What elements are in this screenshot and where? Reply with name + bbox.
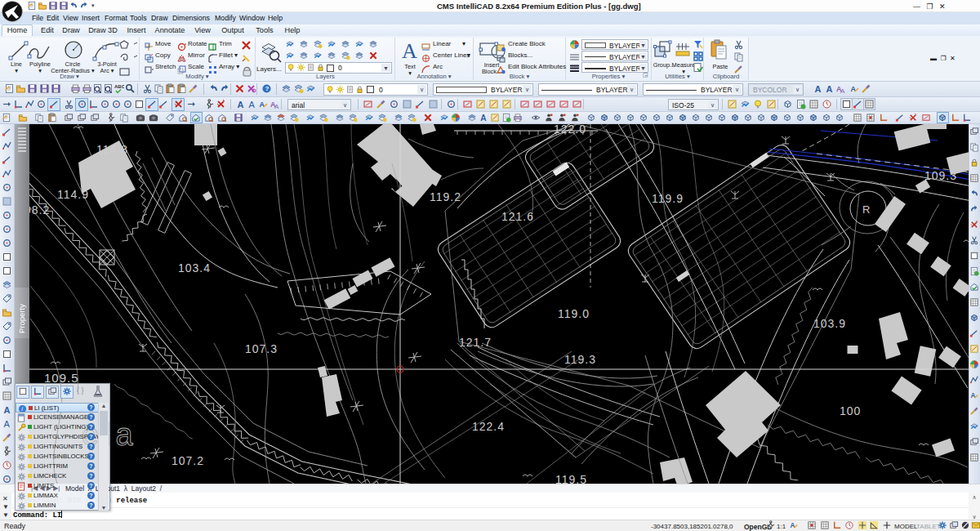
svg-text:A: A	[238, 100, 244, 109]
svg-text:A: A	[249, 100, 256, 109]
svg-text:A: A	[826, 84, 833, 94]
svg-text:A: A	[4, 405, 11, 415]
svg-text:A: A	[4, 419, 11, 429]
svg-text:A: A	[480, 114, 487, 123]
svg-text:A: A	[274, 103, 279, 110]
svg-text:A: A	[851, 85, 857, 93]
svg-text:A: A	[815, 84, 822, 94]
svg-text:A: A	[790, 521, 795, 529]
svg-text:?: ?	[265, 85, 270, 92]
svg-text:ABC: ABC	[114, 84, 124, 89]
svg-text:A: A	[840, 87, 845, 95]
svg-text:A: A	[970, 391, 975, 399]
svg-text:A: A	[260, 100, 265, 109]
